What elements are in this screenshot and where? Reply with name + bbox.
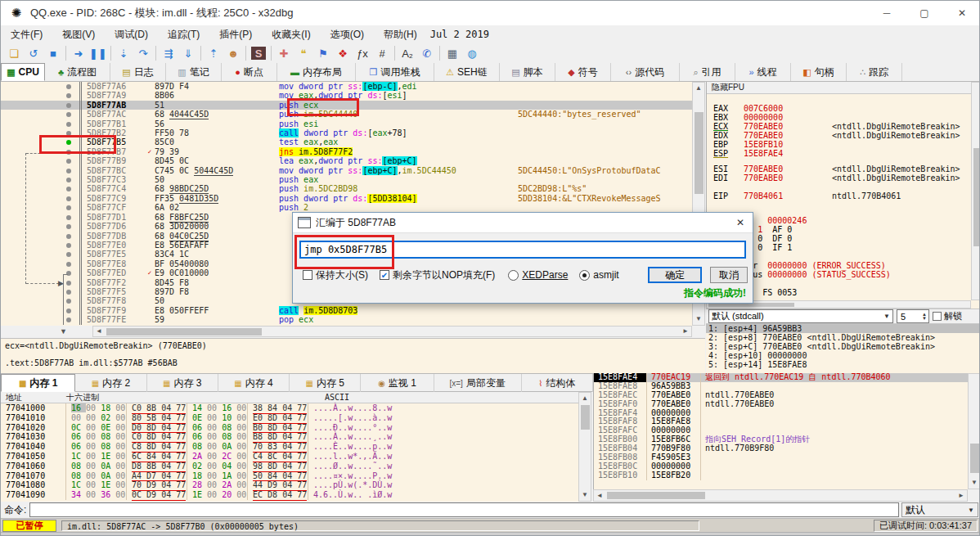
tab-script[interactable]: ▤脚本	[500, 63, 555, 81]
tab-watch-1[interactable]: ◉监视 1	[361, 374, 434, 392]
register-row[interactable]: ESI770EABE0<ntdll.DbgUiRemoteBreakin>	[707, 164, 980, 173]
dump-row[interactable]: 770410801C 00 1E 0070 D9 04 7728 00 2A 0…	[1, 480, 578, 490]
trace-into-icon[interactable]: ⇶	[159, 45, 178, 61]
calling-convention-select[interactable]: 默认 (stdcall) ▼	[708, 309, 893, 323]
disasm-row[interactable]: 5D8F77A6897D F4mov dword ptr ss:[ebp-C],…	[1, 82, 692, 91]
arguments-panel[interactable]: 1: [esp+4] 96A59BB32: [esp+8] 770EABE0 <…	[706, 323, 980, 373]
tab-cpu[interactable]: ▦CPU	[1, 63, 45, 81]
tab-dump-2[interactable]: ▦内存 2	[75, 374, 146, 392]
argument-row[interactable]: 1: [esp+4] 96A59BB3	[706, 324, 980, 333]
assemble-icon[interactable]: A₂	[398, 45, 417, 61]
menu-item[interactable]: 视图(V)	[52, 26, 105, 43]
stack-row[interactable]: 15E8FAFC00000000	[594, 426, 968, 435]
unlock-checkbox[interactable]	[933, 312, 942, 321]
dialog-close-icon[interactable]: ✕	[728, 217, 753, 228]
disasm-row[interactable]: 5D8F77FE59pop ecx	[1, 315, 692, 324]
asmjit-radio[interactable]: asmjit	[579, 269, 618, 281]
menu-item[interactable]: 选项(O)	[321, 26, 374, 43]
tab-graph[interactable]: ♣流程图	[45, 63, 110, 81]
nop-fill-checkbox[interactable]: ✔ 剩余字节以NOP填充(F)	[380, 268, 495, 282]
register-row[interactable]: ECX770EABE0<ntdll.DbgUiRemoteBreakin>	[707, 122, 980, 131]
dump-row[interactable]: 7704109034 00 36 000C D9 04 771E 00 20 0…	[1, 490, 578, 500]
xedparse-radio[interactable]: XEDParse	[508, 269, 568, 281]
dump-view[interactable]: 地址 十六进制 ASCII 7704100016 00 18 00C0 8B 0…	[1, 392, 578, 502]
tab-dump-1[interactable]: ▦内存 1	[1, 374, 75, 392]
dump-row[interactable]: 770410200C 00 0E 00D0 8D 04 7706 00 08 0…	[1, 423, 578, 433]
function-icon[interactable]: ƒx	[353, 45, 372, 61]
dump-vscrollbar[interactable]: ▲ ▼	[578, 392, 591, 502]
argument-row[interactable]: 2: [esp+8] 770EABE0 <ntdll.DbgUiRemoteBr…	[706, 333, 980, 342]
patch-icon[interactable]: ✚	[274, 45, 294, 61]
keep-size-checkbox-box[interactable]	[303, 270, 312, 280]
registers-vscrollbar[interactable]	[971, 82, 980, 300]
register-row[interactable]: EDX770EABE0<ntdll.DbgUiRemoteBreakin>	[707, 131, 980, 140]
hide-fpu-button[interactable]: 隐藏FPU	[707, 82, 980, 94]
nop-fill-checkbox-box[interactable]: ✔	[380, 270, 389, 280]
menu-item[interactable]: 收藏夹(I)	[262, 26, 320, 43]
stack-row[interactable]: 15E8FAF0770EABE0ntdll.770EABE0	[594, 400, 968, 409]
argument-row[interactable]: 5: [esp+14] 15E8FAE8	[706, 360, 980, 369]
execute-till-return-icon[interactable]: ⇡	[204, 45, 223, 61]
comment-icon[interactable]: ❝	[294, 45, 313, 61]
disasm-row[interactable]: 5D8F77BCC745 0C 5044C45Dmov dword ptr ss…	[1, 166, 692, 175]
label-icon[interactable]: ⚑	[313, 45, 333, 61]
disasm-hscrollbar[interactable]: ◄ ►	[92, 326, 692, 337]
handles-icon[interactable]: ✆	[417, 45, 437, 61]
stack-row[interactable]: 15E8FAE4770EAC19返回到 ntdll.770EAC19 自 ntd…	[594, 373, 968, 382]
disasm-row[interactable]: 5D8F77C468 98BDC25Dpush im.5DC2BD985DC2B…	[1, 184, 692, 193]
dump-row[interactable]: 7704103006 00 08 00C0 8D 04 7706 00 08 0…	[1, 432, 578, 442]
run-icon[interactable]: ➜	[69, 45, 88, 61]
globe-icon[interactable]: ◍	[462, 45, 482, 61]
stack-row[interactable]: 15E8FAF815E8FAE8	[594, 417, 968, 426]
register-row[interactable]: EDI770EABE0<ntdll.DbgUiRemoteBreakin>	[707, 173, 980, 182]
stack-row[interactable]: 15E8FAE896A59BB3	[594, 382, 968, 391]
tab-locals[interactable]: [x=]局部变量	[434, 374, 522, 392]
menu-item[interactable]: 调试(D)	[105, 26, 158, 43]
tab-breakpoints[interactable]: ●断点	[222, 63, 277, 81]
tab-dump-5[interactable]: ▦内存 5	[290, 374, 361, 392]
disasm-row[interactable]: 5D8F77F9E8 050FFEFFcall im.5D8D8703	[1, 306, 692, 315]
tab-threads[interactable]: »线程	[735, 63, 791, 81]
dump-row[interactable]: 7704104006 00 08 00C8 8D 04 7708 00 0A 0…	[1, 442, 578, 452]
bookmark-icon[interactable]: ❖	[333, 45, 353, 61]
args-count-stepper[interactable]: 5 ▲▼	[897, 309, 929, 323]
register-row[interactable]: EAX007C6000	[707, 104, 980, 113]
tab-struct[interactable]: ⌇结构体	[522, 374, 593, 392]
ok-button[interactable]: 确定	[648, 267, 702, 283]
stack-row[interactable]: 15E8FB0C00000000	[594, 462, 968, 471]
dump-row[interactable]: 7704107008 00 0A 00A4 D7 04 7718 00 1A 0…	[1, 471, 578, 481]
restart-icon[interactable]: ↺	[24, 45, 43, 61]
tab-memory-map[interactable]: ▬内存布局	[277, 63, 356, 81]
stop-icon[interactable]: ■	[43, 45, 63, 61]
menu-item[interactable]: 追踪(T)	[158, 26, 209, 43]
tab-seh[interactable]: ⚠SEH链	[434, 63, 500, 81]
stack-row[interactable]: 15E8FB1015E8FB20	[594, 471, 968, 480]
register-row[interactable]: ESP15E8FAE4	[707, 149, 980, 158]
step-over-icon[interactable]: ↷	[133, 45, 153, 61]
maximize-button[interactable]: ▢	[906, 1, 943, 25]
dump-row[interactable]: 7704106008 00 0A 00D8 8B 04 7702 00 04 0…	[1, 462, 578, 471]
dump-row[interactable]: 770410501C 00 1E 006C 84 04 772A 00 2C 0…	[1, 452, 578, 462]
cancel-button[interactable]: 取消	[710, 267, 748, 283]
close-button[interactable]: ✕	[943, 1, 980, 25]
disasm-row[interactable]: 5D8F77C9FF35 0481D35Dpush dword ptr ds:[…	[1, 194, 692, 203]
tab-notes[interactable]: ▥笔记	[166, 63, 222, 81]
command-history-select[interactable]: 默认 ▼	[901, 502, 978, 517]
keep-size-checkbox[interactable]: 保持大小(S)	[303, 268, 368, 282]
run-to-user-code-icon[interactable]: ☻	[223, 45, 243, 61]
tab-dump-3[interactable]: ▦内存 3	[147, 374, 218, 392]
disasm-row[interactable]: 5D8F77C350push eax	[1, 175, 692, 184]
stack-row[interactable]: 15E8FB0015E8FB6C指向SEH_Record[1]的指针	[594, 435, 968, 444]
hash-icon[interactable]: #	[372, 45, 392, 61]
calculator-icon[interactable]: ▦	[443, 45, 462, 61]
menu-item[interactable]: 帮助(H)	[374, 26, 427, 43]
tab-call-stack[interactable]: ❒调用堆栈	[356, 63, 434, 81]
spin-down-icon[interactable]: ▼	[922, 317, 927, 321]
step-into-icon[interactable]: ⇣	[114, 45, 133, 61]
register-row[interactable]: EBP15E8FB10	[707, 140, 980, 149]
register-row[interactable]: EIP770B4061ntdll.770B4061	[707, 191, 980, 200]
register-row[interactable]: EBX00000000	[707, 113, 980, 122]
tab-symbols[interactable]: ◆符号	[555, 63, 611, 81]
menu-item[interactable]: 文件(F)	[1, 26, 52, 43]
stack-row[interactable]: 15E8FB08F45905E3	[594, 453, 968, 462]
